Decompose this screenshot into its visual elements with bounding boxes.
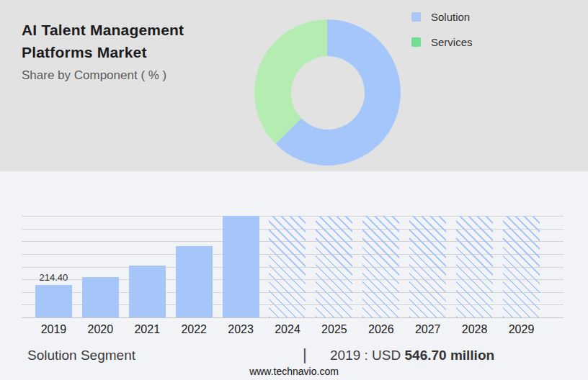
- footer-divider: |: [303, 345, 307, 364]
- chart-title-line2: Platforms Market: [22, 41, 238, 63]
- x-axis-label: 2026: [357, 323, 404, 336]
- bar-2023: [223, 216, 259, 317]
- x-axis-label: 2019: [30, 323, 77, 336]
- bar-slot: [311, 216, 357, 317]
- bar-slot: [357, 216, 404, 317]
- chart-title: AI Talent Management Platforms Market: [22, 19, 238, 63]
- bar-slot: [498, 216, 545, 317]
- x-axis-label: 2021: [124, 323, 171, 336]
- chart-title-line1: AI Talent Management: [22, 19, 238, 41]
- bar-2027: [409, 216, 446, 317]
- header-section: AI Talent Management Platforms Market Sh…: [0, 0, 588, 171]
- bar-slot: [171, 246, 218, 317]
- legend-label: Solution: [431, 11, 470, 23]
- bar-2019: [35, 285, 72, 317]
- x-axis-label: 2029: [498, 323, 545, 336]
- bar-2026: [362, 216, 399, 317]
- bar-slot: 214.40: [30, 272, 77, 317]
- legend: Solution Services: [411, 9, 473, 60]
- bar-slot: [404, 216, 451, 317]
- website-url: www.technavio.com: [0, 366, 588, 377]
- infographic: AI Talent Management Platforms Market Sh…: [0, 0, 588, 380]
- bar-slot: [124, 266, 171, 317]
- donut-chart: [254, 19, 401, 166]
- bar-2021: [129, 266, 166, 317]
- chart-subtitle: Share by Component ( % ): [22, 68, 238, 83]
- bar-2029: [503, 216, 540, 317]
- bar-2024: [269, 216, 306, 317]
- bar-2025: [316, 216, 352, 317]
- x-axis-label: 2023: [218, 323, 264, 336]
- services-swatch-icon: [411, 37, 421, 47]
- legend-label: Services: [431, 36, 473, 48]
- bar-2028: [456, 216, 493, 317]
- bar-slot: [264, 216, 311, 317]
- x-axis-label: 2024: [264, 323, 311, 336]
- x-axis-labels: 2019202020212022202320242025202620272028…: [22, 323, 564, 336]
- bar-series: 214.40: [22, 216, 564, 317]
- value-prefix: 2019 : USD: [330, 348, 405, 363]
- bar-2022: [176, 246, 213, 317]
- solution-swatch-icon: [411, 12, 421, 22]
- legend-item-solution: Solution: [411, 9, 473, 24]
- bar-slot: [77, 277, 124, 317]
- x-axis-label: 2020: [77, 323, 124, 336]
- bar-slot: [451, 216, 498, 317]
- bar-2020: [82, 277, 119, 317]
- bar-slot: [218, 216, 264, 317]
- value-callout: 2019 : USD 546.70 million: [330, 348, 494, 363]
- value-bold: 546.70 million: [405, 348, 495, 363]
- segment-label: Solution Segment: [27, 348, 135, 363]
- x-axis-label: 2027: [404, 323, 451, 336]
- x-axis-label: 2028: [451, 323, 498, 336]
- bar-value-label: 214.40: [40, 272, 68, 283]
- chart-section: 214.40 201920202021202220232024202520262…: [0, 171, 588, 380]
- legend-item-services: Services: [411, 35, 473, 49]
- x-axis-label: 2025: [311, 323, 357, 336]
- x-axis-label: 2022: [171, 323, 218, 336]
- title-block: AI Talent Management Platforms Market Sh…: [22, 19, 238, 83]
- bar-chart: 214.40: [22, 216, 564, 318]
